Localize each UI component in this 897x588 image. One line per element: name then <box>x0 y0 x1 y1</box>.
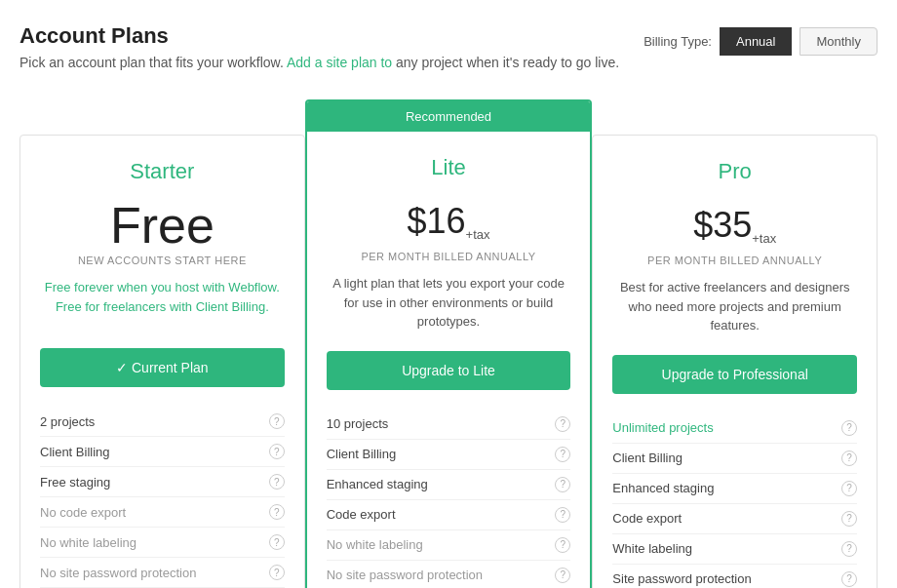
feature-item: No site password protection ? <box>40 558 285 588</box>
plan-price-starter: Free <box>40 200 285 251</box>
feature-label: 2 projects <box>40 414 95 429</box>
info-icon[interactable]: ? <box>841 571 857 587</box>
plans-container: Starter Free NEW ACCOUNTS START HEREFree… <box>20 99 878 588</box>
info-icon[interactable]: ? <box>841 451 857 466</box>
info-icon[interactable]: ? <box>269 565 285 580</box>
feature-item: Enhanced staging ? <box>612 474 857 504</box>
annual-billing-button[interactable]: Annual <box>720 27 792 56</box>
plan-body-lite: Lite $16+tax PER MONTH BILLED ANNUALLYA … <box>307 132 591 588</box>
info-icon[interactable]: ? <box>555 447 570 462</box>
feature-label: No site password protection <box>40 566 196 580</box>
info-icon[interactable]: ? <box>555 507 570 523</box>
info-icon[interactable]: ? <box>841 481 857 496</box>
price-period-lite: PER MONTH BILLED ANNUALLY <box>327 251 571 262</box>
plan-card-starter: Starter Free NEW ACCOUNTS START HEREFree… <box>20 135 305 588</box>
feature-item: 10 projects ? <box>327 410 571 440</box>
info-icon[interactable]: ? <box>269 504 285 520</box>
info-icon[interactable]: ? <box>555 477 570 492</box>
price-dollar-lite: $16 <box>408 204 466 239</box>
feature-item: White labeling ? <box>612 534 857 565</box>
plan-name-pro: Pro <box>612 159 857 184</box>
price-amount-lite: $16+tax <box>408 193 490 250</box>
info-icon[interactable]: ? <box>555 416 570 432</box>
feature-label: Enhanced staging <box>327 477 428 491</box>
info-icon[interactable]: ? <box>269 534 285 550</box>
plan-body-starter: Starter Free NEW ACCOUNTS START HEREFree… <box>20 136 304 588</box>
plan-name-lite: Lite <box>327 155 571 180</box>
feature-item: No white labeling ? <box>327 530 571 561</box>
billing-toggle: Billing Type: Annual Monthly <box>644 27 878 56</box>
plan-description-pro: Best for active freelancers and designer… <box>612 278 857 335</box>
plan-btn-lite[interactable]: Upgrade to Lite <box>327 351 571 390</box>
plan-description-lite: A light plan that lets you export your c… <box>327 274 571 332</box>
feature-label: Code export <box>612 511 682 526</box>
info-icon[interactable]: ? <box>269 474 285 490</box>
recommended-badge: Recommended <box>307 101 591 132</box>
monthly-billing-button[interactable]: Monthly <box>800 27 878 56</box>
feature-item: Client Billing ? <box>327 440 571 470</box>
feature-label: Site password protection <box>612 571 751 586</box>
plan-price-lite: $16+tax <box>327 196 571 247</box>
plan-btn-starter[interactable]: ✓ Current Plan <box>40 348 285 387</box>
feature-item: Site password protection ? <box>612 565 857 589</box>
feature-item: No code export ? <box>40 497 285 528</box>
subtitle-suffix: any project when it's ready to go live. <box>396 55 619 70</box>
feature-item: Client Billing ? <box>612 444 857 474</box>
price-period-starter: NEW ACCOUNTS START HERE <box>40 255 285 266</box>
feature-label: No site password protection <box>327 568 483 582</box>
feature-label: No code export <box>40 505 126 520</box>
info-icon[interactable]: ? <box>269 413 285 429</box>
feature-label: Client Billing <box>612 451 682 465</box>
feature-item: Client Billing ? <box>40 437 285 467</box>
billing-label: Billing Type: <box>644 34 712 49</box>
page-title: Account Plans <box>20 23 619 49</box>
page-header: Account Plans Pick an account plan that … <box>20 23 619 70</box>
feature-label: Free staging <box>40 475 110 490</box>
plan-card-pro: Pro $35+tax PER MONTH BILLED ANNUALLYBes… <box>592 135 878 588</box>
feature-item: Unlimited projects ? <box>612 413 857 444</box>
feature-label: 10 projects <box>327 416 389 431</box>
feature-label: White labeling <box>612 541 692 556</box>
feature-item: No site password protection ? <box>327 561 571 589</box>
feature-label: No white labeling <box>40 535 136 550</box>
plan-btn-pro[interactable]: Upgrade to Professional <box>612 355 857 394</box>
subtitle-text: Pick an account plan that fits your work… <box>20 55 284 70</box>
feature-label: Client Billing <box>40 445 110 459</box>
features-list-lite: 10 projects ? Client Billing ? Enhanced … <box>327 410 571 589</box>
feature-item: Code export ? <box>327 500 571 530</box>
info-icon[interactable]: ? <box>555 537 570 553</box>
info-icon[interactable]: ? <box>269 444 285 459</box>
price-amount-starter: Free <box>110 197 214 254</box>
features-list-pro: Unlimited projects ? Client Billing ? En… <box>612 413 857 589</box>
plan-name-starter: Starter <box>40 159 285 184</box>
feature-item: 2 projects ? <box>40 407 285 437</box>
feature-item: Code export ? <box>612 504 857 534</box>
info-icon[interactable]: ? <box>555 568 570 583</box>
price-dollar-pro: $35 <box>693 208 752 243</box>
feature-item: No white labeling ? <box>40 528 285 558</box>
feature-label: Client Billing <box>327 447 397 461</box>
feature-item: Free staging ? <box>40 467 285 497</box>
plan-body-pro: Pro $35+tax PER MONTH BILLED ANNUALLYBes… <box>593 136 877 588</box>
feature-label: Unlimited projects <box>612 420 713 435</box>
feature-label: Enhanced staging <box>612 481 714 495</box>
price-tax-pro: +tax <box>752 232 776 245</box>
info-icon[interactable]: ? <box>841 541 857 557</box>
features-list-starter: 2 projects ? Client Billing ? Free stagi… <box>40 407 285 588</box>
feature-label: No white labeling <box>327 537 423 552</box>
plan-card-lite: RecommendedLite $16+tax PER MONTH BILLED… <box>305 99 593 588</box>
info-icon[interactable]: ? <box>841 511 857 527</box>
plan-price-pro: $35+tax <box>612 200 857 251</box>
feature-label: Code export <box>327 507 396 522</box>
plan-description-starter: Free forever when you host with Webflow.… <box>40 278 285 329</box>
feature-item: Enhanced staging ? <box>327 470 571 500</box>
info-icon[interactable]: ? <box>841 420 857 436</box>
site-plan-link[interactable]: Add a site plan to <box>287 55 392 70</box>
price-amount-pro: $35+tax <box>693 197 776 254</box>
price-period-pro: PER MONTH BILLED ANNUALLY <box>612 255 857 266</box>
page-subtitle: Pick an account plan that fits your work… <box>20 55 619 70</box>
price-tax-lite: +tax <box>466 228 490 241</box>
